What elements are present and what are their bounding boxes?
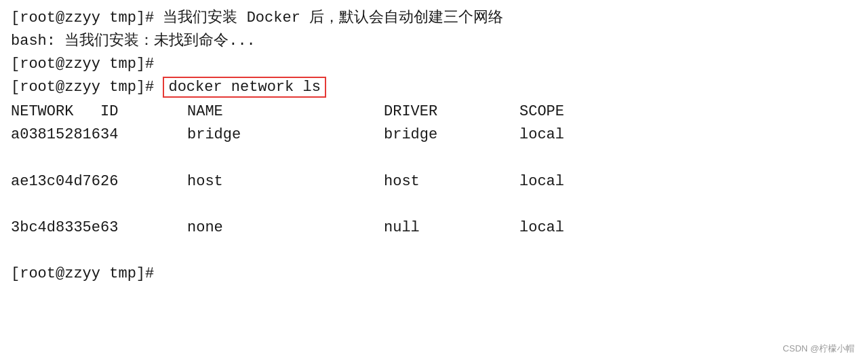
network-id-2: ae13c04d7626 bbox=[11, 170, 187, 193]
network-id-1: a03815281634 bbox=[11, 123, 187, 147]
line-4: [root@zzyy tmp]# docker network ls bbox=[11, 76, 857, 99]
name-2: host bbox=[187, 170, 384, 193]
line-4-prefix: [root@zzyy tmp]# bbox=[11, 79, 163, 96]
line-1: [root@zzyy tmp]# 当我们安装 Docker 后，默认会自动创建三… bbox=[11, 7, 857, 30]
header-network-id: NETWORK ID bbox=[11, 100, 187, 123]
table-header-row: NETWORK ID NAME DRIVER SCOPE bbox=[11, 100, 857, 123]
name-1: bridge bbox=[187, 123, 384, 147]
final-prompt: [root@zzyy tmp]# bbox=[11, 263, 857, 286]
driver-3: null bbox=[384, 216, 519, 240]
empty-line-2 bbox=[11, 193, 857, 216]
header-scope: SCOPE bbox=[519, 100, 628, 123]
scope-3: local bbox=[519, 216, 628, 240]
scope-1: local bbox=[519, 123, 628, 147]
watermark: CSDN @柠檬小帽 bbox=[783, 343, 854, 355]
header-name: NAME bbox=[187, 100, 384, 123]
network-id-3: 3bc4d8335e63 bbox=[11, 216, 187, 240]
line-3: [root@zzyy tmp]# bbox=[11, 53, 857, 76]
empty-line-1 bbox=[11, 147, 857, 170]
header-driver: DRIVER bbox=[384, 100, 519, 123]
table-row: a03815281634 bridge bridge local bbox=[11, 123, 857, 147]
table-row: ae13c04d7626 host host local bbox=[11, 170, 857, 193]
driver-1: bridge bbox=[384, 123, 519, 147]
driver-2: host bbox=[384, 170, 519, 193]
scope-2: local bbox=[519, 170, 628, 193]
command-highlight: docker network ls bbox=[163, 77, 326, 98]
terminal: [root@zzyy tmp]# 当我们安装 Docker 后，默认会自动创建三… bbox=[0, 0, 868, 363]
table-row: 3bc4d8335e63 none null local bbox=[11, 216, 857, 240]
name-3: none bbox=[187, 216, 384, 240]
network-table: NETWORK ID NAME DRIVER SCOPE a0381528163… bbox=[11, 100, 857, 240]
empty-line-3 bbox=[11, 240, 857, 263]
line-2: bash: 当我们安装：未找到命令... bbox=[11, 30, 857, 53]
